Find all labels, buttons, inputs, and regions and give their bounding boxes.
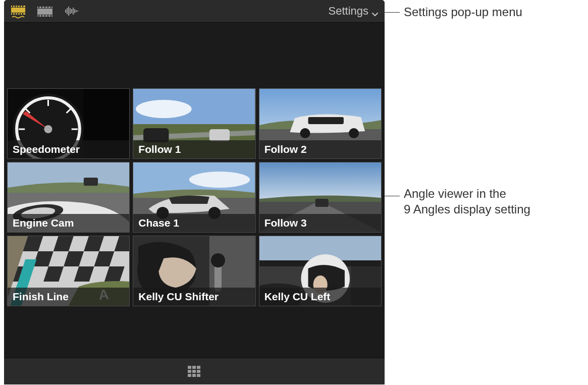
svg-rect-23 [44,15,45,17]
svg-rect-8 [12,13,13,15]
svg-rect-9 [15,13,16,15]
callout-text-line2: 9 Angles display setting [404,201,530,217]
svg-rect-96 [188,366,191,369]
svg-rect-98 [197,366,200,369]
svg-rect-6 [20,6,21,7]
svg-rect-52 [209,129,230,141]
angle-cell-kelly-cu-left[interactable]: Kelly CU Left [259,236,382,306]
svg-rect-104 [197,374,200,377]
grid-layout-button[interactable] [187,364,202,379]
svg-rect-21 [38,15,39,17]
svg-rect-11 [20,13,21,15]
svg-point-57 [349,128,359,138]
angle-cell-speedometer[interactable]: Speedometer [7,88,130,159]
svg-rect-18 [44,7,45,8]
svg-point-49 [136,100,192,118]
angle-viewer-toolbar: Settings [4,0,385,23]
svg-rect-14 [37,9,52,15]
svg-rect-5 [17,6,18,7]
callout-angle-viewer: Angle viewer in the 9 Angles display set… [404,186,530,217]
angle-cell-follow-1[interactable]: Follow 1 [133,88,255,159]
angle-label: Follow 2 [259,140,381,158]
svg-rect-25 [50,15,51,17]
callout-text-line1: Angle viewer in the [404,186,530,201]
svg-point-89 [211,253,225,267]
svg-rect-99 [188,370,191,373]
filmstrip-icon[interactable] [36,4,56,19]
svg-rect-24 [47,15,48,17]
svg-rect-10 [17,13,18,15]
angle-cell-follow-2[interactable]: Follow 2 [259,88,382,159]
view-mode-buttons [10,4,82,19]
chevron-down-icon [371,8,379,15]
angle-grid: Speedometer Follow 1 [7,88,382,306]
svg-rect-62 [84,178,98,186]
svg-rect-12 [22,13,23,15]
angle-viewer-bottom-bar [4,358,385,384]
svg-point-64 [189,172,250,188]
angle-label: Engine Cam [8,214,129,232]
svg-rect-7 [22,6,23,7]
angle-label: Speedometer [8,140,129,158]
callout-line [385,196,400,196]
settings-label: Settings [329,5,369,18]
svg-rect-3 [12,6,13,7]
svg-rect-22 [41,15,42,17]
callout-line [376,12,400,13]
svg-point-46 [44,125,52,133]
svg-rect-16 [38,7,39,8]
svg-rect-100 [192,370,196,373]
callout-settings: Settings pop-up menu [404,4,522,20]
angle-cell-chase-1[interactable]: Chase 1 [133,162,255,233]
svg-rect-4 [15,6,16,7]
angle-label: Chase 1 [133,214,255,232]
waveform-icon[interactable] [63,4,82,19]
svg-rect-101 [197,370,200,373]
angle-cell-kelly-cu-shifter[interactable]: Kelly CU Shifter [133,236,255,306]
svg-rect-55 [308,117,343,124]
settings-popup-menu[interactable]: Settings [329,5,379,18]
svg-rect-102 [188,374,191,377]
angle-cell-engine-cam[interactable]: Engine Cam [7,162,130,233]
svg-rect-70 [315,199,328,207]
svg-rect-103 [192,374,196,377]
svg-rect-1 [11,8,25,13]
svg-point-56 [300,128,310,138]
angle-label: Finish Line [8,288,129,306]
svg-rect-20 [50,7,51,8]
svg-rect-97 [192,366,196,369]
svg-rect-19 [47,7,48,8]
angle-cell-follow-3[interactable]: Follow 3 [259,162,382,233]
filmstrip-audio-icon[interactable] [10,4,29,19]
angle-label: Kelly CU Shifter [133,288,255,306]
angle-label: Follow 3 [259,214,381,232]
angle-viewer-panel: Settings [4,0,385,384]
angle-label: Follow 1 [133,140,255,158]
angle-cell-finish-line[interactable]: A Finish Line [7,236,130,306]
angle-label: Kelly CU Left [259,288,381,306]
svg-rect-17 [41,7,42,8]
angle-grid-container: Speedometer Follow 1 [4,23,385,306]
